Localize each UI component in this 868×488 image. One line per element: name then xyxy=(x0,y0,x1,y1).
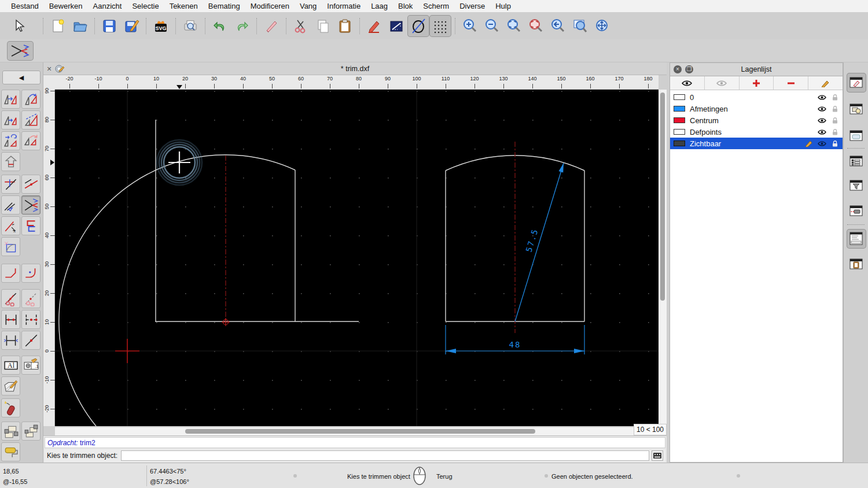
show-all-layers-button[interactable] xyxy=(670,76,705,90)
tool-divide-two[interactable] xyxy=(21,289,41,308)
tool-revert-direction[interactable] xyxy=(1,152,20,171)
redo-button[interactable] xyxy=(231,15,253,37)
horizontal-scrollbar[interactable] xyxy=(55,427,634,435)
undo-button[interactable] xyxy=(209,15,231,37)
zoom-pan-button[interactable] xyxy=(591,15,613,37)
menu-informatie[interactable]: Informatie xyxy=(322,2,366,10)
layer-row-0[interactable]: 0 xyxy=(670,91,843,103)
menu-bewerken[interactable]: Bewerken xyxy=(44,2,88,10)
tool-explode[interactable] xyxy=(1,398,20,417)
tool-rotate[interactable] xyxy=(21,90,41,109)
tool-lengthen[interactable]: x xyxy=(1,216,20,235)
zoom-previous-button[interactable] xyxy=(547,15,569,37)
zoom-in-button[interactable] xyxy=(459,15,481,37)
tool-divide[interactable] xyxy=(1,289,20,308)
laser-pointer-dock-button[interactable] xyxy=(847,201,866,221)
tool-trim[interactable] xyxy=(1,175,20,194)
layer-visibility-icon[interactable] xyxy=(817,94,827,101)
delete-button[interactable] xyxy=(260,15,282,37)
layer-visibility-icon[interactable] xyxy=(817,129,827,135)
menu-hulp[interactable]: Hulp xyxy=(490,2,516,10)
zoom-auto-button[interactable] xyxy=(503,15,525,37)
vertical-scrollbar[interactable] xyxy=(659,90,667,426)
menu-diverse[interactable]: Diverse xyxy=(454,2,490,10)
open-file-button[interactable] xyxy=(69,15,91,37)
layer-list-dock-button[interactable] xyxy=(847,73,866,93)
circle-tool-button[interactable] xyxy=(407,15,429,37)
menu-vang[interactable]: Vang xyxy=(295,2,322,10)
save-as-button[interactable] xyxy=(120,15,142,37)
menu-tekenen[interactable]: Tekenen xyxy=(164,2,203,10)
export-svg-button[interactable]: SVG xyxy=(150,15,172,37)
layer-edit-icon[interactable] xyxy=(804,140,814,147)
tool-edit-text[interactable]: Al xyxy=(1,356,20,375)
layer-lock-icon[interactable] xyxy=(830,128,840,135)
layer-lock-icon[interactable] xyxy=(830,105,840,112)
line-tool-button[interactable] xyxy=(385,15,407,37)
tab-close-icon[interactable]: × xyxy=(47,64,52,73)
tool-move-copy[interactable] xyxy=(1,90,20,109)
entity-list-dock-button[interactable] xyxy=(847,151,866,171)
menu-bestand[interactable]: Bestand xyxy=(6,2,44,10)
layer-lock-icon[interactable] xyxy=(830,117,840,124)
menu-bemating[interactable]: Bemating xyxy=(203,2,245,10)
panel-float-icon[interactable]: ❐ xyxy=(685,65,693,73)
layer-row-zichtbaar-selected[interactable]: Zichtbaar xyxy=(670,138,843,149)
layer-row-afmetingen[interactable]: Afmetingen xyxy=(670,103,843,114)
menu-modificeren[interactable]: Modificeren xyxy=(245,2,295,10)
command-line-dock-button[interactable] xyxy=(847,229,866,249)
tool-trim-two[interactable] xyxy=(21,195,41,215)
cut-button[interactable] xyxy=(290,15,312,37)
palette-back-button[interactable]: ◀ xyxy=(2,71,41,84)
menu-aanzicht[interactable]: Aanzicht xyxy=(88,2,127,10)
layer-row-defpoints[interactable]: Defpoints xyxy=(670,126,843,138)
layer-row-centrum[interactable]: Centrum xyxy=(670,114,843,126)
tool-edit-dimension[interactable]: .1 xyxy=(21,356,41,375)
clipboard-dock-button[interactable] xyxy=(847,254,866,274)
paste-button[interactable] xyxy=(334,15,356,37)
tool-arc-options[interactable] xyxy=(1,237,20,256)
edit-layer-button[interactable] xyxy=(808,76,843,90)
tool-lengthen-free[interactable] xyxy=(1,195,20,215)
library-browser-dock-button[interactable] xyxy=(847,126,866,146)
zoom-window-button[interactable] xyxy=(569,15,591,37)
zoom-out-button[interactable] xyxy=(481,15,503,37)
menu-scherm[interactable]: Scherm xyxy=(418,2,454,10)
tool-block-create[interactable] xyxy=(21,422,41,441)
tool-scale[interactable] xyxy=(21,110,41,130)
trim-two-tool-button[interactable] xyxy=(7,41,34,61)
copy-button[interactable] xyxy=(312,15,334,37)
tool-bevel[interactable] xyxy=(1,264,20,283)
save-button[interactable] xyxy=(98,15,120,37)
layer-lock-icon[interactable] xyxy=(830,140,840,147)
tool-rotate-two[interactable] xyxy=(21,131,41,150)
menu-blok[interactable]: Blok xyxy=(393,2,418,10)
hide-all-layers-button[interactable] xyxy=(705,76,740,90)
new-file-button[interactable] xyxy=(47,15,69,37)
tool-offset[interactable] xyxy=(21,216,41,235)
menu-selectie[interactable]: Selectie xyxy=(127,2,164,10)
tool-block-edit[interactable] xyxy=(1,422,20,441)
layer-visibility-icon[interactable] xyxy=(817,141,827,147)
layer-visibility-icon[interactable] xyxy=(817,106,827,112)
tool-shrink[interactable] xyxy=(1,331,20,350)
tool-paint[interactable] xyxy=(1,442,20,461)
horizontal-scrollbar-thumb[interactable] xyxy=(185,429,535,434)
layer-visibility-icon[interactable] xyxy=(817,117,827,124)
keyboard-toggle-button[interactable] xyxy=(652,450,663,461)
tool-mirror[interactable] xyxy=(1,110,20,130)
tool-stretch[interactable] xyxy=(1,310,20,329)
drawing-canvas[interactable]: 57.5 48 xyxy=(55,90,659,426)
menu-laag[interactable]: Laag xyxy=(366,2,393,10)
tool-fillet[interactable] xyxy=(21,264,41,283)
command-input[interactable] xyxy=(121,450,649,461)
add-layer-button[interactable] xyxy=(740,76,774,90)
panel-close-icon[interactable]: × xyxy=(674,65,682,73)
print-preview-button[interactable] xyxy=(179,15,201,37)
tool-trim-amount[interactable] xyxy=(21,175,41,194)
layer-lock-icon[interactable] xyxy=(830,94,840,101)
vertical-scrollbar-thumb[interactable] xyxy=(660,93,665,301)
tool-hatch[interactable] xyxy=(1,376,20,395)
tool-stretch-two[interactable] xyxy=(21,310,41,329)
tool-move-rotate[interactable] xyxy=(1,131,20,150)
